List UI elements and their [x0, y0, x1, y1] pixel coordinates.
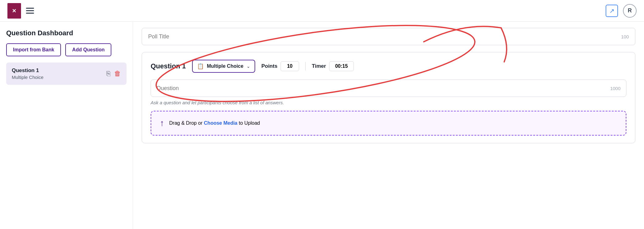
sidebar-title: Question Dashboard — [6, 29, 127, 37]
points-section: Points — [261, 61, 299, 71]
choose-media-link[interactable]: Choose Media — [204, 120, 237, 126]
hamburger-line-2 — [26, 10, 34, 11]
header: × ↗ R — [0, 0, 644, 22]
poll-title-bar: 100 — [142, 28, 635, 45]
import-from-bank-button[interactable]: Import from Bank — [6, 43, 61, 56]
question-text-input[interactable] — [157, 85, 610, 92]
external-link-icon: ↗ — [609, 7, 615, 15]
add-question-button[interactable]: Add Question — [65, 43, 111, 56]
upload-text-before: Drag & Drop or — [169, 120, 204, 126]
question-header: Question 1 📋 Multiple Choice ⌄ Points Ti… — [151, 60, 626, 73]
header-left: × — [7, 3, 35, 19]
avatar-button[interactable]: R — [623, 4, 637, 18]
hamburger-line-3 — [26, 13, 34, 14]
logo-icon: × — [12, 7, 16, 15]
upload-text-after: to Upload — [238, 120, 260, 126]
question-item-title: Question 1 — [12, 67, 44, 74]
question-panel: Question 1 📋 Multiple Choice ⌄ Points Ti… — [142, 52, 635, 143]
poll-title-input[interactable] — [148, 33, 621, 40]
upload-text: Drag & Drop or Choose Media to Upload — [169, 120, 260, 126]
external-link-button[interactable]: ↗ — [606, 5, 618, 17]
question-type-label: Multiple Choice — [207, 63, 243, 69]
content-area: 100 Question 1 📋 Multiple Choice ⌄ Point… — [133, 22, 644, 229]
question-item-info: Question 1 Multiple Choice — [12, 67, 44, 80]
delete-icon[interactable]: 🗑 — [114, 70, 121, 78]
header-right: ↗ R — [606, 4, 637, 18]
timer-label: Timer — [312, 63, 326, 69]
poll-title-char-count: 100 — [621, 34, 629, 39]
hamburger-menu[interactable] — [25, 6, 35, 15]
media-upload-area[interactable]: ↑ Drag & Drop or Choose Media to Upload — [151, 111, 626, 136]
sidebar-buttons: Import from Bank Add Question — [6, 43, 127, 56]
question-input-bar: 1000 — [151, 80, 626, 97]
question-char-count: 1000 — [610, 86, 620, 91]
hamburger-line-1 — [26, 8, 34, 9]
upload-arrow-icon: ↑ — [160, 118, 164, 128]
avatar-label: R — [628, 7, 632, 14]
question-item-type: Multiple Choice — [12, 75, 44, 80]
main-layout: Question Dashboard Import from Bank Add … — [0, 22, 644, 229]
sidebar: Question Dashboard Import from Bank Add … — [0, 22, 133, 229]
timer-input[interactable] — [329, 61, 354, 71]
question-list-item[interactable]: Question 1 Multiple Choice ⎘ 🗑 — [6, 63, 127, 85]
multiple-choice-icon: 📋 — [197, 63, 204, 70]
question-type-dropdown[interactable]: 📋 Multiple Choice ⌄ — [192, 60, 255, 73]
logo: × — [7, 3, 21, 19]
points-label: Points — [261, 63, 277, 69]
points-input[interactable] — [281, 61, 299, 71]
question-item-actions: ⎘ 🗑 — [106, 70, 121, 78]
timer-section: Timer — [312, 61, 354, 71]
divider — [305, 62, 306, 71]
chevron-down-icon: ⌄ — [247, 64, 250, 69]
copy-icon[interactable]: ⎘ — [106, 70, 110, 78]
question-label: Question 1 — [151, 62, 186, 70]
question-hint: Ask a question and let participants choo… — [151, 100, 626, 105]
